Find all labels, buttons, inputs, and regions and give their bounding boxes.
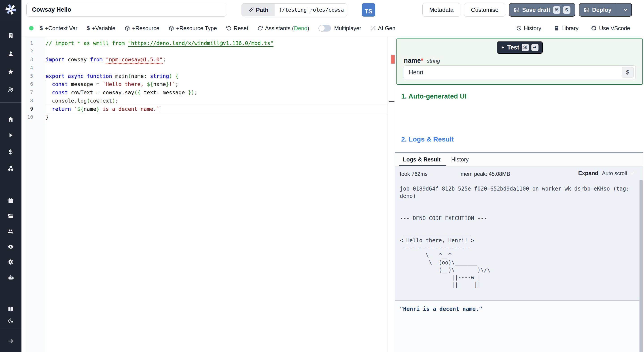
library-button[interactable]: Library <box>554 25 578 32</box>
cubes-icon <box>8 165 14 171</box>
user-icon <box>8 51 14 57</box>
path-value[interactable]: f/testing_roles/cowsa <box>275 4 347 16</box>
library-label: Library <box>562 25 578 32</box>
rotate-ccw-icon <box>226 26 232 31</box>
line-number: 9 <box>22 105 33 113</box>
required-mark: * <box>421 57 423 64</box>
deploy-label: Deploy <box>592 7 612 14</box>
sidebar-item-star[interactable] <box>0 69 22 75</box>
windmill-logo[interactable] <box>0 4 22 15</box>
logs-scrollbar[interactable] <box>639 180 643 352</box>
add-context-var-button[interactable]: $ +Context Var <box>40 25 77 32</box>
refresh-icon <box>258 26 263 31</box>
save-draft-button[interactable]: Save draft ⌘ S <box>509 3 575 17</box>
gear-icon <box>8 259 14 265</box>
windmill-script-editor: Cowsay Hello Path f/testing_roles/cowsa … <box>0 0 644 352</box>
sidebar-item-book-open[interactable] <box>0 306 22 312</box>
add-variable-label: +Variable <box>92 25 115 32</box>
sidebar-item-play[interactable] <box>0 132 22 138</box>
kbd-s: S <box>563 6 570 14</box>
result-area: "Henri is a decent name." <box>395 301 643 352</box>
line-content: const message = `Hello there, ${name}!`; <box>33 80 178 88</box>
add-resource-type-button[interactable]: +Resource Type <box>169 25 217 32</box>
code-line-4[interactable]: 4 <box>22 64 384 72</box>
sidebar-item-dollar[interactable] <box>0 149 22 155</box>
sidebar-item-eye[interactable] <box>0 243 22 250</box>
code-line-8[interactable]: 8 console.log(cowText); <box>22 97 384 105</box>
code-line-7[interactable]: 7 const cowText = cowsay.say({ text: mes… <box>22 88 384 97</box>
typescript-badge-label: TS <box>365 8 372 15</box>
sidebar-item-users[interactable] <box>0 86 22 93</box>
sidebar-item-gear[interactable] <box>0 259 22 265</box>
sidebar-item-moon[interactable] <box>0 318 22 324</box>
history-label: History <box>524 25 541 32</box>
sidebar-item-robot[interactable] <box>0 274 22 281</box>
reset-button[interactable]: Reset <box>226 25 248 32</box>
deploy-button[interactable]: Deploy <box>579 3 632 17</box>
arg-name-value: Henri <box>409 69 423 76</box>
check-icon[interactable]: ✓ <box>630 170 635 177</box>
path-label: Path <box>256 7 268 14</box>
sidebar-item-user[interactable] <box>0 51 22 57</box>
sidebar-item-cubes[interactable] <box>0 165 22 171</box>
line-number: 6 <box>22 80 33 88</box>
line-number: 4 <box>22 64 33 72</box>
star-icon <box>8 69 14 75</box>
assistants-button[interactable]: Assistants (Deno) <box>258 25 309 32</box>
topbar: Cowsay Hello Path f/testing_roles/cowsa … <box>22 0 644 20</box>
line-content <box>33 48 46 56</box>
add-variable-button[interactable]: $ +Variable <box>87 25 116 32</box>
autoscroll-label: Auto scroll <box>602 170 627 177</box>
test-button[interactable]: Test ⌘ ↵ <box>497 41 543 54</box>
eye-icon <box>8 243 14 250</box>
sidebar-item-folder-open[interactable] <box>0 213 22 219</box>
editor-right-border <box>388 37 388 352</box>
tab-history[interactable]: History <box>451 153 469 166</box>
ai-gen-button[interactable]: AI Gen <box>370 25 395 32</box>
use-vscode-button[interactable]: Use VScode <box>591 25 630 32</box>
sidebar-item-calendar[interactable] <box>0 198 22 204</box>
home-icon <box>8 116 14 122</box>
sidebar-item-arrow-right[interactable] <box>0 338 22 344</box>
editor-lines: 1// import * as wmill from "https://deno… <box>22 39 384 121</box>
arg-name-input[interactable]: Henri $ <box>404 65 636 79</box>
code-line-9[interactable]: 9 return `${name} is a decent name.` <box>22 105 384 113</box>
customise-button[interactable]: Customise <box>464 3 505 17</box>
line-content <box>33 64 46 72</box>
metadata-button[interactable]: Metadata <box>422 3 460 17</box>
section-auto-ui-heading: 1. Auto-generated UI <box>401 92 466 100</box>
expand-button[interactable]: Expand <box>578 170 598 177</box>
sidebar-item-team-gear[interactable] <box>0 228 22 235</box>
line-content: console.log(cowText); <box>33 97 118 105</box>
scrollbar-thumb[interactable] <box>640 180 643 352</box>
tab-logs-result[interactable]: Logs & Result <box>403 153 440 166</box>
sidebar-divider <box>0 21 22 21</box>
job-duration: took 762ms <box>400 171 428 177</box>
multiplayer-toggle[interactable] <box>318 25 331 32</box>
sidebar-item-building[interactable] <box>0 33 22 39</box>
history-button[interactable]: History <box>516 25 541 32</box>
cursor-marker <box>389 101 394 102</box>
add-resource-label: +Resource <box>132 25 160 32</box>
arg-type-label: string <box>427 58 440 64</box>
code-line-3[interactable]: 3import cowsay from "npm:cowsay@1.5.0"; <box>22 56 384 64</box>
line-content: import cowsay from "npm:cowsay@1.5.0"; <box>33 56 166 64</box>
sidebar-item-home[interactable] <box>0 116 22 122</box>
windmill-logo <box>5 4 16 15</box>
line-number: 5 <box>22 72 33 80</box>
code-line-6[interactable]: 6 const message = `Hello there, ${name}!… <box>22 80 384 88</box>
code-editor[interactable]: 1// import * as wmill from "https://deno… <box>22 37 388 352</box>
add-resource-button[interactable]: +Resource <box>125 25 160 32</box>
code-line-2[interactable]: 2 <box>22 48 384 56</box>
code-line-10[interactable]: 10} <box>22 113 384 121</box>
deploy-dropdown-button[interactable] <box>620 3 632 17</box>
code-line-1[interactable]: 1// import * as wmill from "https://deno… <box>22 39 384 48</box>
package-icon <box>169 26 174 31</box>
assistants-label: Assistants (Deno) <box>265 25 309 32</box>
pencil-icon <box>248 8 254 13</box>
edit-path-button[interactable]: Path <box>242 4 275 16</box>
script-title-input[interactable]: Cowsay Hello <box>26 3 226 17</box>
code-line-5[interactable]: 5export async function main(name: string… <box>22 72 384 80</box>
active-tab-underline <box>399 165 446 166</box>
insert-var-button[interactable]: $ <box>622 67 634 77</box>
